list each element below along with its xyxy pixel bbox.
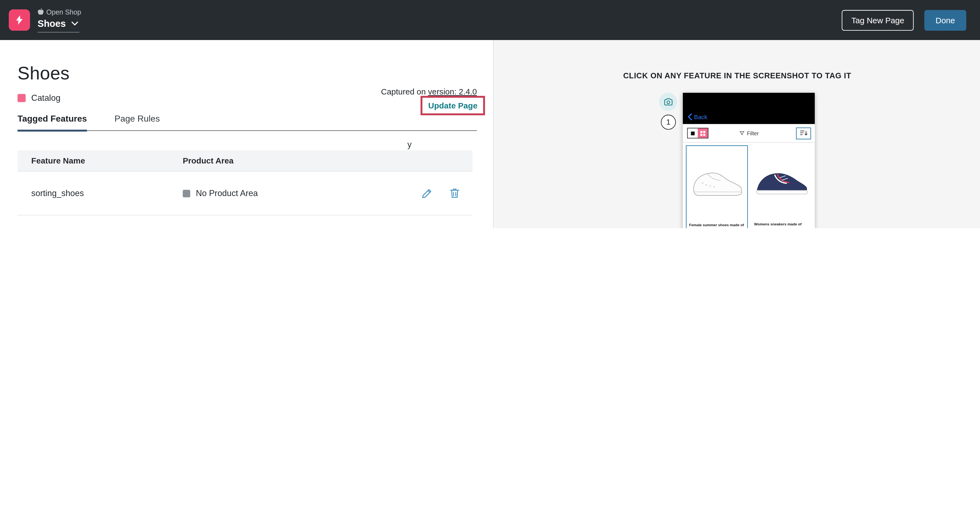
back-button[interactable]: Back	[688, 113, 707, 120]
product-area-cell: No Product Area	[183, 171, 398, 215]
filter-button[interactable]: Filter	[739, 130, 759, 136]
product-area-cell: No Product Area	[183, 215, 398, 228]
funnel-icon	[739, 130, 745, 136]
pencil-icon	[421, 187, 434, 200]
product-card[interactable]: Womens sneakers made of genuine leather …	[752, 145, 812, 228]
list-view-icon[interactable]	[688, 128, 698, 138]
app-logo[interactable]	[9, 9, 30, 31]
tag-new-page-button[interactable]: Tag New Page	[842, 10, 913, 30]
lightning-bolt-icon	[14, 14, 25, 26]
update-page-link[interactable]: Update Page	[428, 101, 477, 110]
page-selector[interactable]: Shoes	[38, 16, 80, 32]
clipped-text: y	[407, 140, 412, 149]
page-detail-inner: Captured on version: 2.4.0 Update Page S…	[0, 63, 493, 228]
product-name: Womens sneakers made of genuine leather	[752, 219, 812, 228]
workspace-label: Open Shop	[46, 8, 81, 15]
table-row: sorting_shoes No Product Area	[18, 171, 473, 215]
captured-version-value[interactable]: version: 2.4.0	[428, 87, 477, 96]
area-label: No Product Area	[196, 189, 258, 198]
view-toggle[interactable]	[687, 128, 709, 139]
top-bar: Open Shop Shoes Tag New Page Done	[0, 0, 980, 40]
captured-version-text: Captured on version: 2.4.0	[381, 87, 477, 96]
filter-label: Filter	[747, 130, 759, 136]
screenshot-toolbar: Filter	[683, 124, 815, 143]
sort-button[interactable]	[796, 127, 811, 139]
chevron-down-icon	[72, 21, 78, 26]
annotation-marker-1: 1	[661, 115, 676, 130]
tab-page-rules[interactable]: Page Rules	[115, 113, 160, 131]
product-area-label: Catalog	[31, 93, 60, 103]
product-image-white-shoe	[686, 146, 747, 220]
product-area-color-swatch	[18, 94, 26, 102]
grid-view-icon[interactable]	[698, 128, 708, 138]
app: Open Shop Shoes Tag New Page Done Captur…	[0, 0, 980, 228]
instruction-heading: CLICK ON ANY FEATURE IN THE SCREENSHOT T…	[495, 72, 980, 80]
screenshot-header: Back	[683, 93, 815, 124]
table-header-row: Feature Name Product Area	[18, 150, 473, 171]
tab-tagged-features[interactable]: Tagged Features	[18, 113, 87, 131]
workspace-block: Open Shop Shoes	[38, 8, 81, 32]
feature-name-cell: sorting_shoes	[18, 171, 183, 215]
camera-button[interactable]	[659, 93, 677, 111]
back-label: Back	[694, 113, 707, 120]
product-name: Female summer shoes made of genuine leat…	[686, 220, 747, 228]
edit-feature-button[interactable]	[421, 187, 434, 200]
annotation-highlight-box: Update Page	[421, 96, 485, 115]
screenshot-body: Female summer shoes made of genuine leat…	[683, 143, 815, 228]
camera-icon	[663, 97, 673, 107]
delete-feature-button[interactable]	[448, 187, 461, 200]
apple-icon	[38, 8, 44, 15]
feature-name-cell: View Toggle	[18, 215, 183, 228]
done-button[interactable]: Done	[924, 10, 966, 30]
product-card-tagged[interactable]: Female summer shoes made of genuine leat…	[686, 145, 748, 228]
product-image-navy-shoe	[752, 145, 812, 219]
column-header-product-area: Product Area	[183, 150, 398, 171]
capture-screenshot[interactable]: Back Filter	[683, 93, 815, 228]
page-selector-label: Shoes	[38, 18, 66, 29]
area-color-swatch	[183, 190, 190, 197]
page-detail-panel: Captured on version: 2.4.0 Update Page S…	[0, 40, 494, 228]
tagged-features-table: Feature Name Product Area sorting_shoes …	[18, 150, 473, 228]
chevron-left-icon	[688, 113, 692, 120]
table-row: View Toggle No Product Area	[18, 215, 473, 228]
page-title: Shoes	[18, 63, 477, 84]
captured-prefix: Captured on	[381, 87, 428, 96]
trash-icon	[448, 187, 461, 200]
column-header-actions	[397, 150, 472, 171]
column-header-feature-name: Feature Name	[18, 150, 183, 171]
workspace-name: Open Shop	[38, 8, 81, 15]
sort-icon	[799, 130, 808, 136]
tab-bar: Tagged Features Page Rules	[18, 113, 477, 131]
capture-panel: CLICK ON ANY FEATURE IN THE SCREENSHOT T…	[495, 40, 980, 228]
